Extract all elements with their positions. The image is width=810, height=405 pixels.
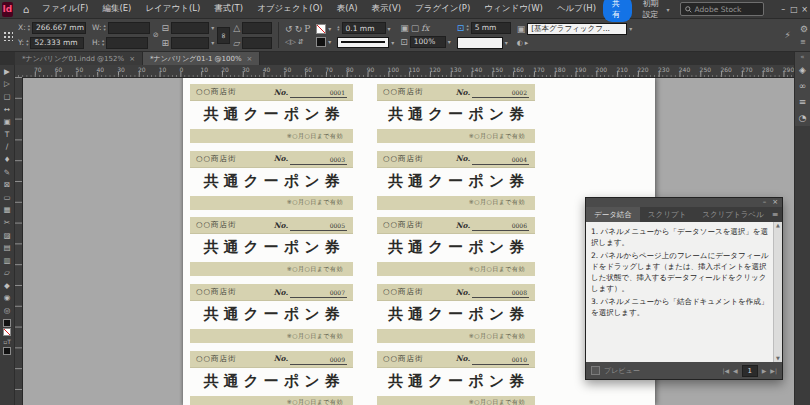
corner-radius-field[interactable]: 5 mm <box>471 22 511 34</box>
menu-item[interactable]: レイアウト(L) <box>138 3 207 15</box>
width-field[interactable] <box>108 22 150 34</box>
control-panel-menu-icon[interactable]: ≡ <box>800 37 806 47</box>
w-stepper[interactable]: ▴▾ <box>103 24 105 31</box>
stepper-down-icon[interactable]: ▾ <box>26 43 28 47</box>
last-record-button[interactable]: ▶| <box>770 367 777 374</box>
menu-item[interactable]: ウィンドウ(W) <box>477 3 550 15</box>
panel-tab[interactable]: スクリプト <box>640 207 694 222</box>
home-icon[interactable]: ⌂ <box>23 4 29 15</box>
stepper-down-icon[interactable]: ▾ <box>103 28 105 32</box>
menu-item[interactable]: 表(A) <box>330 3 365 15</box>
control-panel-gear-icon[interactable]: ⚙ <box>800 24 808 34</box>
object-style-dropdown-icon[interactable]: ▾ <box>629 25 632 32</box>
panel-minimize-icon[interactable]: – <box>763 199 767 206</box>
stroke-color-swatch[interactable] <box>316 24 326 34</box>
stroke-panel-icon[interactable]: ≡ <box>795 94 810 110</box>
scroll-up-icon[interactable]: ▲ <box>776 223 780 228</box>
corner-options-icon[interactable]: ⊡ <box>457 23 465 33</box>
gap-tool-icon[interactable]: ↔ <box>0 103 14 116</box>
stroke-style-dropdown[interactable] <box>337 37 389 48</box>
h-stepper[interactable]: ▴▾ <box>102 39 104 46</box>
rotate-cw-icon[interactable]: ↻ <box>295 24 303 34</box>
document-tab[interactable]: *ナンバリング01-1 @100%× <box>143 52 260 65</box>
gradient-feather-tool-icon[interactable]: ▥ <box>0 254 14 267</box>
panel-menu-icon[interactable]: ≡ <box>772 207 783 222</box>
note-tool-icon[interactable]: ▱ <box>0 267 14 280</box>
fit-frame-icon[interactable]: ▸ <box>525 38 529 48</box>
hand-tool-icon[interactable]: ◉ <box>0 292 14 305</box>
effects-fx-icon[interactable]: fx <box>421 23 429 33</box>
rectangle-frame-tool-icon[interactable]: ⊠ <box>0 178 14 191</box>
scissors-tool-icon[interactable]: ✂ <box>0 216 14 229</box>
object-style-dropdown[interactable]: [基本グラフィックフ... <box>527 23 627 35</box>
menu-item[interactable]: ヘルプ(H) <box>550 3 603 15</box>
quick-apply-lightning-icon[interactable]: ⚡ <box>785 30 791 40</box>
frame-fitting-icon[interactable]: ▣ <box>517 24 526 34</box>
scroll-down-icon[interactable]: ▼ <box>776 356 780 361</box>
panel-tab[interactable]: スクリプトラベル <box>694 207 771 222</box>
y-position-field[interactable]: 52.333 mm <box>30 37 84 49</box>
scale-x-field[interactable] <box>171 22 209 34</box>
scale-y-field[interactable] <box>171 37 209 49</box>
type-tool-icon[interactable]: T <box>0 128 14 141</box>
pencil-tool-icon[interactable]: ✎ <box>0 166 14 179</box>
close-button[interactable]: × <box>799 5 810 14</box>
layers-panel-icon[interactable]: ◈ <box>795 62 810 78</box>
reference-point-grid[interactable] <box>2 30 13 41</box>
height-field[interactable] <box>106 37 148 49</box>
scale-y-dropdown-icon[interactable]: ▾ <box>211 39 214 46</box>
rectangle-tool-icon[interactable]: ▭ <box>0 191 14 204</box>
panel-close-icon[interactable]: × <box>772 199 778 206</box>
fit-content-icon[interactable]: ◐ <box>517 38 523 48</box>
close-tab-icon[interactable]: × <box>247 55 253 63</box>
flip-horizontal-icon[interactable]: ◁▷ <box>285 37 296 47</box>
screen-mode-button[interactable] <box>3 347 11 355</box>
pen-tool-icon[interactable]: ♦ <box>0 153 14 166</box>
stepper-down-icon[interactable]: ▾ <box>28 28 30 32</box>
select-container-icon[interactable]: P <box>304 24 310 34</box>
rotate-ccw-icon[interactable]: ↺ <box>285 24 293 34</box>
constrain-scale-link[interactable]: ∞ <box>217 27 230 44</box>
preview-checkbox[interactable] <box>591 366 600 375</box>
toolbar-fill-swatch[interactable] <box>3 319 11 327</box>
maximize-button[interactable]: □ <box>789 5 800 14</box>
x-position-field[interactable]: 266.667 mm <box>32 22 86 34</box>
opacity-dropdown-icon[interactable]: ▾ <box>448 38 451 45</box>
apply-formatting-icon[interactable]: ▫T <box>3 337 11 346</box>
rotation-angle-field[interactable] <box>242 22 272 34</box>
first-record-button[interactable]: |◀ <box>722 367 729 374</box>
panel-scrollbar[interactable]: ▲ ▼ <box>773 222 782 362</box>
stroke-weight-stepper[interactable]: ▴▾ <box>337 25 339 32</box>
horizontal-ruler[interactable]: 7060504030201001020304050607080901001101… <box>14 65 795 78</box>
panel-tab[interactable]: データ結合 <box>586 207 640 222</box>
fill-color-dropdown-icon[interactable]: ▾ <box>328 38 331 45</box>
corner-shape-dropdown-icon[interactable]: ▾ <box>505 39 508 46</box>
page-tool-icon[interactable]: ▢ <box>0 90 14 103</box>
polygon-tool-icon[interactable]: ▦ <box>0 204 14 217</box>
minimize-button[interactable]: – <box>778 5 789 14</box>
document-tab[interactable]: *ナンバリング01.indd @152%× <box>15 52 143 65</box>
share-button[interactable]: 共有 <box>603 0 632 22</box>
stepper-down-icon[interactable]: ▾ <box>466 28 468 32</box>
toolbar-stroke-swatch[interactable] <box>3 328 11 336</box>
stroke-style-dropdown-icon[interactable]: ▾ <box>391 39 394 46</box>
corner-shape-dropdown[interactable] <box>457 37 503 49</box>
menu-item[interactable]: ファイル(F) <box>35 3 95 15</box>
free-transform-tool-icon[interactable]: ▨ <box>0 229 14 242</box>
cc-libraries-panel-icon[interactable]: ∞ <box>795 78 810 94</box>
y-stepper[interactable]: ▴▾ <box>26 39 28 46</box>
stepper-down-icon[interactable]: ▾ <box>102 43 104 47</box>
menu-item[interactable]: プラグイン(P) <box>408 3 477 15</box>
close-tab-icon[interactable]: × <box>129 55 135 63</box>
direct-selection-tool-icon[interactable]: ▷ <box>0 78 14 91</box>
previous-record-button[interactable]: ◀ <box>733 367 738 374</box>
panel-title-bar[interactable]: – × <box>586 198 782 207</box>
vertical-ruler[interactable] <box>14 77 23 405</box>
fill-color-swatch[interactable] <box>316 37 326 47</box>
stroke-color-dropdown-icon[interactable]: ▾ <box>328 25 331 32</box>
opacity-field[interactable]: 100% <box>410 36 446 48</box>
menu-item[interactable]: 表示(V) <box>365 3 408 15</box>
line-tool-icon[interactable]: ∕ <box>0 141 14 154</box>
adobe-stock-search[interactable]: Adobe Stock <box>680 2 764 16</box>
corner-radius-stepper[interactable]: ▴▾ <box>466 24 468 31</box>
